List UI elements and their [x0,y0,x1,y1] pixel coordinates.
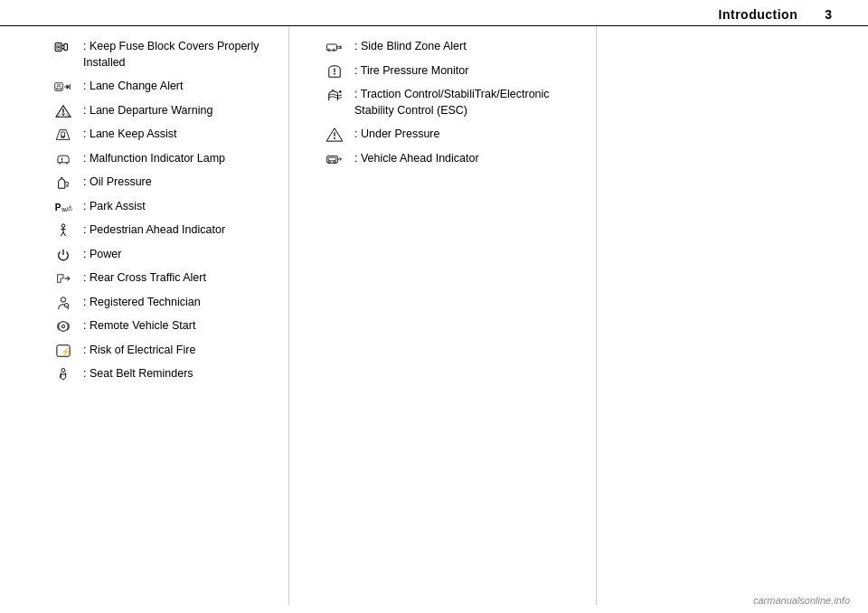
svg-point-51 [333,49,335,51]
entry-label-traction-control: : Traction Control/StabiliTrak/Electroni… [354,87,578,118]
entry-label-power: : Power [83,247,121,263]
svg-point-21 [63,137,65,138]
far-right-column [597,26,868,605]
svg-point-26 [66,184,68,186]
under-pressure-icon [326,127,354,142]
svg-point-25 [61,161,62,162]
list-item: : Lane Change Alert [54,79,270,95]
header-page-number: 3 [825,7,832,22]
svg-rect-6 [55,83,63,91]
remote-vehicle-start-icon [54,319,83,334]
svg-point-43 [59,322,69,332]
entry-label-park-assist: : Park Assist [83,199,146,215]
list-item: : Oil Pressure [54,174,270,191]
side-blind-zone-icon [326,40,354,54]
svg-point-44 [61,325,65,328]
power-icon [54,248,83,262]
list-item: : Side Blind Zone Alert [326,39,578,55]
list-item: P w/ ⚠ : Park Assist [54,199,270,215]
svg-marker-36 [58,275,63,283]
list-item: : Seat Belt Reminders [54,366,270,382]
svg-point-30 [61,224,65,228]
svg-point-5 [58,46,60,48]
entry-label-tire-pressure: : Tire Pressure Monitor [354,63,468,80]
list-item: : Rear Cross Traffic Alert [54,270,270,287]
content-area: : Keep Fuse Block Covers Properly Instal… [0,26,868,605]
watermark: carmanualsonline.info [753,595,850,606]
traction-control-icon [326,88,354,102]
svg-point-40 [61,297,65,301]
park-assist-icon: P w/ ⚠ [54,200,83,214]
svg-point-47 [61,369,65,373]
svg-text:⚠: ⚠ [67,204,72,212]
electrical-fire-icon: ⚡ [54,344,83,358]
header-bar: Introduction 3 [0,0,868,26]
svg-rect-4 [64,43,68,50]
seat-belt-icon [54,367,83,382]
vehicle-ahead-icon [326,152,354,166]
svg-text:⚡: ⚡ [61,345,71,356]
entry-label-lane-departure: : Lane Departure Warning [83,103,212,119]
lane-change-alert-icon [54,80,83,94]
entry-label-electrical-fire: : Risk of Electrical Fire [83,343,195,359]
list-item: ⚡ : Risk of Electrical Fire [54,343,270,359]
rear-cross-traffic-icon [54,271,83,286]
list-item: + : Registered Technician [54,295,270,311]
malfunction-indicator-icon [54,152,83,166]
svg-point-7 [56,88,58,90]
entry-label-rear-cross: : Rear Cross Traffic Alert [83,270,206,287]
entry-label-registered-tech: : Registered Technician [83,295,201,311]
list-item: : Vehicle Ahead Indicator [326,151,578,167]
list-item: : Under Pressure [326,127,578,143]
header-title: Introduction [719,7,798,22]
left-column: : Keep Fuse Block Covers Properly Instal… [0,26,289,605]
svg-line-33 [61,232,63,236]
entry-label-lane-change: : Lane Change Alert [83,79,184,95]
page-container: Introduction 3 : Keep Fuse Block C [0,0,868,613]
entry-label-lane-keep: : Lane Keep Assist [83,127,177,143]
entry-label-seat-belt: : Seat Belt Reminders [83,366,193,382]
oil-pressure-icon [54,175,83,190]
entry-label-remote-start: : Remote Vehicle Start [83,318,195,335]
svg-text:P: P [55,203,61,212]
list-item: : Tire Pressure Monitor [326,63,578,80]
entry-label-side-blind: : Side Blind Zone Alert [354,39,467,55]
list-item: : Traction Control/StabiliTrak/Electroni… [326,87,578,118]
list-item: : Lane Departure Warning [54,103,270,119]
registered-technician-icon: + [54,296,83,310]
list-item: : Remote Vehicle Start [54,318,270,335]
entry-label-pedestrian: : Pedestrian Ahead Indicator [83,222,225,239]
svg-point-8 [60,88,61,90]
fuse-block-icon [54,40,83,54]
entry-label-under-pressure: : Under Pressure [354,127,439,143]
pedestrian-ahead-icon [54,223,83,238]
right-column: : Side Blind Zone Alert : Tire Pressure … [289,26,597,605]
list-item: : Pedestrian Ahead Indicator [54,222,270,239]
svg-point-17 [62,114,64,116]
lane-departure-warning-icon [54,104,83,118]
entry-label-malfunction: : Malfunction Indicator Lamp [83,151,225,167]
entry-label-keep-fuse: : Keep Fuse Block Covers Properly Instal… [83,39,270,71]
entry-label-vehicle-ahead: : Vehicle Ahead Indicator [354,151,479,167]
svg-text:+: + [65,304,67,307]
tire-pressure-icon [326,64,354,79]
list-item: : Lane Keep Assist [54,127,270,143]
lane-keep-assist-icon [54,127,83,142]
entry-label-oil-pressure: : Oil Pressure [83,174,152,191]
svg-marker-18 [56,130,70,140]
svg-point-50 [328,49,330,51]
svg-line-34 [63,232,66,236]
svg-rect-64 [328,157,335,160]
list-item: : Malfunction Indicator Lamp [54,151,270,167]
list-item: : Keep Fuse Block Covers Properly Instal… [54,39,270,71]
list-item: : Power [54,247,270,263]
svg-point-60 [334,137,335,139]
svg-point-55 [334,72,335,74]
